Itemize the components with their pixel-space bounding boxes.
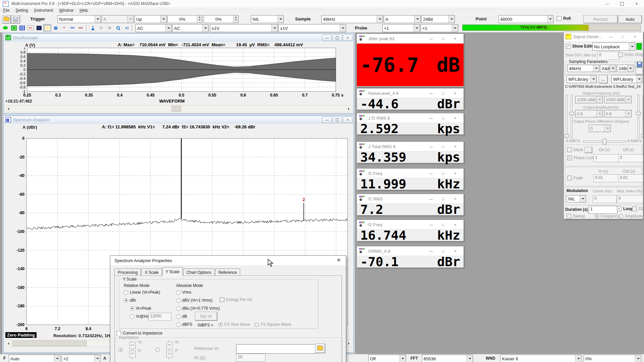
meter-minimize-button[interactable]: — bbox=[425, 116, 437, 120]
app-close-button[interactable]: × bbox=[629, 0, 644, 7]
scroll-left-icon[interactable] bbox=[5, 106, 11, 112]
waveform-a-select[interactable]: WFLibrary bbox=[567, 75, 597, 83]
sweep-frequency-radio[interactable]: Frequency bbox=[595, 214, 620, 219]
meter-maximize-button[interactable]: □ bbox=[437, 223, 449, 227]
waveform-b-select[interactable]: WFLibrary bbox=[611, 75, 642, 83]
vr-hz-radio[interactable]: Vr@Hz bbox=[130, 314, 149, 319]
chevron-down-icon[interactable] bbox=[547, 15, 553, 23]
meter-minimize-button[interactable]: — bbox=[425, 144, 437, 148]
chevron-down-icon[interactable] bbox=[596, 96, 602, 103]
coupling-a-select[interactable]: AC bbox=[136, 24, 172, 32]
dialog-titlebar[interactable]: Spectrum Analyzer Properties bbox=[110, 256, 346, 265]
sg-volume-slider-right-outer[interactable] bbox=[643, 95, 643, 138]
chevron-down-icon[interactable] bbox=[377, 15, 383, 23]
spinner-arrows-icon[interactable] bbox=[197, 15, 202, 23]
oscilloscope-close-button[interactable]: × bbox=[343, 35, 353, 41]
chevron-down-icon[interactable] bbox=[277, 15, 283, 23]
mask-checkbox[interactable]: Mask bbox=[567, 147, 583, 152]
sound-icon[interactable]: ◄) bbox=[122, 24, 130, 32]
scroll-right-icon[interactable] bbox=[346, 340, 353, 347]
meter-maximize-button[interactable]: □ bbox=[437, 37, 449, 41]
freq-axis-select[interactable]: Auto bbox=[9, 355, 60, 362]
oscilloscope-minimize-button[interactable]: — bbox=[322, 35, 332, 41]
meter-close-button[interactable]: × bbox=[449, 144, 461, 148]
dbfs-radio[interactable]: dBFS bbox=[176, 322, 192, 327]
trigger-couple-select[interactable]: NIL bbox=[251, 15, 284, 23]
coupling-b-select[interactable]: AC bbox=[172, 24, 209, 32]
spectrum-titlebar[interactable]: Spectrum Analyzer bbox=[4, 116, 354, 124]
input-a-icon[interactable]: |A bbox=[97, 24, 105, 32]
sg-run-button[interactable] bbox=[636, 43, 642, 50]
ddp-viewer-icon[interactable]: DDP bbox=[68, 24, 76, 32]
sample-rate-select[interactable]: 48kHz bbox=[321, 15, 383, 23]
save-button[interactable] bbox=[11, 15, 20, 23]
spectrum-analyzer-icon[interactable] bbox=[18, 24, 26, 32]
trigger-delay-spinner[interactable]: 0% bbox=[204, 15, 238, 23]
app-restore-button[interactable] bbox=[614, 0, 629, 7]
oscilloscope-titlebar[interactable]: Oscilloscope bbox=[4, 34, 354, 42]
range-b-select[interactable]: ±1V bbox=[278, 24, 346, 32]
chevron-down-icon[interactable] bbox=[165, 24, 171, 32]
spectrum-close-button[interactable]: × bbox=[343, 117, 353, 123]
db-radio[interactable]: dB bbox=[176, 314, 187, 319]
convert-impedance-checkbox[interactable]: Convert to Impedance bbox=[116, 331, 162, 336]
point-select[interactable]: 48000 bbox=[498, 15, 553, 23]
chevron-down-icon[interactable] bbox=[596, 110, 602, 117]
menu-item-setting[interactable]: Setting bbox=[12, 7, 31, 14]
menu-item-instrument[interactable]: Instrument bbox=[31, 7, 56, 14]
sg-volume-slider-right-outer-thumb[interactable] bbox=[641, 134, 643, 137]
freq-a-select[interactable]: 1000.488281 bbox=[575, 96, 603, 103]
trigger-mode-select[interactable]: Normal bbox=[57, 15, 101, 23]
spectrum-restore-button[interactable] bbox=[332, 117, 342, 123]
sg-play-file-button[interactable] bbox=[636, 68, 643, 74]
dbv-radio[interactable]: dBV (Vr=1 Vrms) bbox=[176, 298, 212, 303]
chevron-down-icon[interactable] bbox=[160, 15, 166, 23]
chevron-down-icon[interactable] bbox=[414, 24, 420, 32]
sg-channels-select[interactable]: A&B bbox=[600, 65, 616, 72]
vrms-radio[interactable]: Vrms bbox=[176, 290, 192, 295]
dds-checkbox[interactable]: DDS bbox=[632, 206, 643, 211]
chevron-down-icon[interactable] bbox=[452, 24, 458, 32]
spectrum-minimize-button[interactable]: — bbox=[322, 117, 332, 123]
dialog-close-button[interactable]: ✕ bbox=[335, 257, 342, 264]
auto-button[interactable]: Auto bbox=[618, 15, 642, 23]
loop-checkbox[interactable]: ✓Loop bbox=[617, 206, 633, 211]
sg-maximize-button[interactable]: □ bbox=[617, 35, 629, 39]
sg-bits-select[interactable]: 24Bit bbox=[617, 65, 634, 72]
meter-close-button[interactable]: × bbox=[449, 249, 461, 253]
meter-minimize-button[interactable]: — bbox=[425, 249, 437, 253]
chevron-down-icon[interactable] bbox=[467, 355, 473, 362]
freq-b-select[interactable]: 1000.488281 bbox=[604, 96, 632, 103]
menu-item-help[interactable]: Help bbox=[76, 7, 91, 14]
mask-browse-button[interactable]: ... bbox=[585, 147, 592, 153]
energy-per-hz-checkbox[interactable]: Energy Per Hz bbox=[220, 297, 252, 302]
chevron-down-icon[interactable] bbox=[127, 15, 133, 23]
loopback-select[interactable]: No Loopback bbox=[592, 43, 635, 51]
tab-x-scale[interactable]: X Scale bbox=[141, 268, 162, 276]
fs-square-radio[interactable]: FS Square Wave bbox=[255, 322, 291, 327]
fft-size-select[interactable]: 65536 bbox=[422, 355, 473, 362]
oscilloscope-restore-button[interactable] bbox=[332, 35, 342, 41]
meter-maximize-button[interactable]: □ bbox=[437, 144, 449, 148]
sg-rate-select[interactable]: 48kHz bbox=[567, 65, 599, 72]
osc-scroll-thumb[interactable] bbox=[172, 106, 181, 112]
phase-lock-checkbox[interactable]: ✓Phase Lock bbox=[567, 156, 595, 160]
open-file-button[interactable] bbox=[2, 15, 11, 23]
app-minimize-button[interactable]: — bbox=[600, 0, 614, 7]
tab-chart-options[interactable]: Chart Options bbox=[183, 268, 215, 276]
roll-checkbox[interactable]: Roll bbox=[557, 16, 571, 21]
fs-sine-radio[interactable]: FS Sine Wave bbox=[218, 322, 250, 327]
meter-close-button[interactable]: × bbox=[449, 223, 461, 227]
trigger-edge-select[interactable]: Up bbox=[135, 15, 167, 23]
osc-horizontal-scrollbar[interactable] bbox=[4, 105, 353, 112]
chevron-down-icon[interactable] bbox=[399, 355, 406, 362]
chevron-down-icon[interactable] bbox=[627, 65, 633, 72]
sample-channel-select[interactable]: A bbox=[384, 15, 421, 23]
sg-volume-slider-left-inner-thumb[interactable] bbox=[569, 112, 574, 115]
meter-close-button[interactable]: × bbox=[449, 197, 461, 201]
phase-select[interactable]: 0 bbox=[589, 125, 611, 132]
chevron-down-icon[interactable] bbox=[414, 15, 420, 23]
meter-titlebar[interactable]: DDP⊕Jitter peak 63—□× bbox=[357, 34, 464, 43]
signal-generator-icon[interactable]: ~ bbox=[43, 24, 51, 32]
meter-minimize-button[interactable]: — bbox=[425, 197, 437, 201]
